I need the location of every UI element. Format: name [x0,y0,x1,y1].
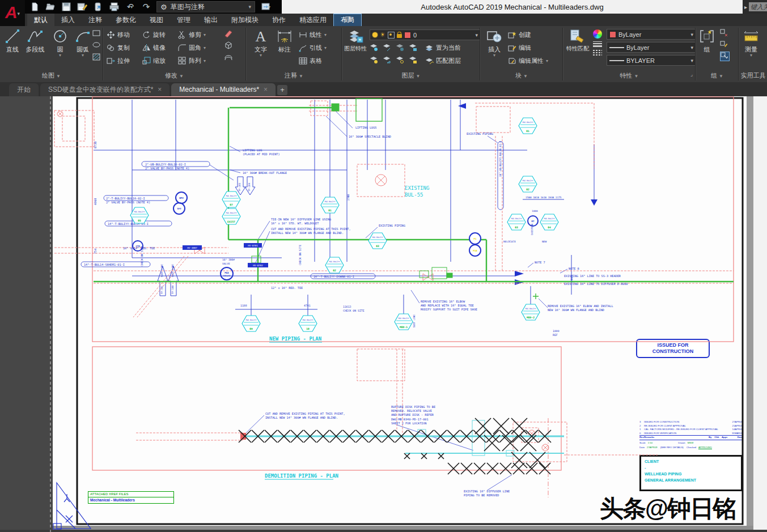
move-button[interactable]: 移动 [107,29,130,41]
fillet-button[interactable]: 圆角▾ [178,42,206,54]
insert-button[interactable]: 插入▾ [483,28,506,57]
window-switch-icon[interactable]: ▾ [261,2,271,12]
ribbon-tab-4[interactable]: 参数化 [109,14,143,26]
infocenter[interactable]: ▸ 键入关 [743,0,767,14]
ribbon-tab-2[interactable]: 插入 [54,14,82,26]
set-current-icon [425,44,434,52]
edit-attribute-icon [508,57,516,65]
layer-off-icon[interactable] [396,43,404,52]
panel-label-draw[interactable]: 绘图 ▼ [0,71,103,80]
measure-button[interactable]: 测量▾ [740,28,762,57]
ribbon-tab-10[interactable]: 精选应用 [293,14,333,26]
linear-dim-button[interactable]: 线性▾ [299,29,327,41]
hatch-icon[interactable] [92,53,101,61]
layer-unlock-icon[interactable] [409,56,417,64]
scale-button[interactable]: 缩放 [142,55,166,67]
create-block-button[interactable]: 创建 [508,29,548,41]
svg-text:A: A [256,28,266,44]
line-button[interactable]: 直线 [1,28,24,54]
table-button[interactable]: 表格 [299,55,327,67]
layer-freeze-icon[interactable] [383,43,391,52]
rotate-button[interactable]: 旋转 [142,29,166,41]
group-edit-icon[interactable] [720,40,728,49]
close-icon[interactable]: × [264,83,268,96]
group-select-icon[interactable] [720,52,730,61]
match-layer-button[interactable]: 匹配图层 [425,55,461,67]
ribbon-tab-1[interactable]: 默认 [27,14,54,26]
edit-attribute-button[interactable]: 编辑属性▾ [508,55,548,67]
ribbon-tab-5[interactable]: 视图 [143,14,170,26]
polyline-button[interactable]: 多段线 [24,28,46,54]
redo-icon[interactable]: ↷▾ [141,2,151,12]
ungroup-icon[interactable] [720,29,728,37]
application-menu-button[interactable]: A▾ [0,0,25,26]
explode-icon[interactable] [224,41,232,49]
layer-on2-icon[interactable] [370,56,378,64]
panel-label-annotate[interactable]: 注释 ▼ [247,71,341,80]
file-tab-2[interactable]: SSD硬盘盒中改变嵌件的装配方式*× [40,83,169,96]
text-button[interactable]: A 文字▾ [249,28,272,57]
arc-button[interactable]: 圆弧▾ [71,28,94,57]
ribbon-tab-8[interactable]: 附加模块 [224,14,265,26]
match-properties-button[interactable]: 特性匹配 [565,28,591,52]
dimension-button[interactable]: 标注 [273,28,296,54]
expand-arrow-icon[interactable]: ▸ [743,4,749,10]
copy-button[interactable]: 复制 [107,42,130,54]
revision-row: 0ISSUED FOR VERIFICATION31MAR09 [639,432,743,436]
circle-button[interactable]: 圆▾ [49,28,71,57]
linetype-icon[interactable] [593,50,602,56]
rotate-icon [142,31,151,39]
overlap-icon[interactable] [224,53,232,61]
new-file-icon[interactable] [29,2,40,12]
group-button[interactable]: 组 [697,28,717,54]
edit-block-button[interactable]: 编辑 [508,42,548,54]
layer-walk-icon[interactable] [383,56,391,64]
layer-isolate-icon[interactable] [370,43,378,52]
dialog-launcher-icon[interactable]: ⌟ [690,71,693,77]
color-wheel-icon[interactable] [593,29,602,39]
undo-icon[interactable]: ↶▾ [125,2,135,12]
quick-access-toolbar: ↶▾ ↷▾ ⚙ 草图与注释 ▾ ▾ [29,0,271,14]
ribbon-tab-3[interactable]: 注释 [82,14,109,26]
ribbon-collapse-button[interactable]: ▤▾ [345,15,353,23]
panel-label-properties[interactable]: 特性 ▼⌟ [563,71,695,80]
new-tab-button[interactable]: + [277,85,287,95]
layer-lock2-icon[interactable] [409,43,417,52]
measure-icon [743,28,759,44]
ribbon-tab-9[interactable]: 协作 [265,14,293,26]
trim-button[interactable]: 修剪▾ [178,29,206,41]
layer-dropdown[interactable]: ☀ 0 ▾ [370,29,481,40]
layer-properties-button[interactable]: 图层特性 [344,28,367,52]
save-icon[interactable] [61,2,71,12]
ribbon-tab-7[interactable]: 输出 [197,14,224,26]
array-button[interactable]: 阵列▾ [178,55,206,67]
leader-button[interactable]: 引线▾ [299,42,327,54]
file-tab-1[interactable]: 开始 [9,83,39,96]
lineweight-icon[interactable] [593,41,602,47]
print-icon[interactable] [109,2,119,12]
file-tab-3[interactable]: Mechanical - Multileaders*× [171,83,276,96]
stretch-button[interactable]: 拉伸 [107,55,130,67]
panel-label-layers[interactable]: 图层 ▼ [342,71,480,80]
lineweight-dropdown[interactable]: ByLayer ▾ [607,42,696,53]
workspace-dropdown[interactable]: ⚙ 草图与注释 ▾ [156,1,255,12]
set-current-button[interactable]: 置为当前 [425,42,461,54]
send-mobile-icon[interactable] [93,2,103,12]
save-as-icon[interactable] [77,2,87,12]
panel-label-block[interactable]: 块 ▼ [481,71,562,80]
open-folder-icon[interactable] [45,2,56,12]
layer-thaw2-icon[interactable] [396,56,404,64]
ribbon-tab-6[interactable]: 管理 [170,14,197,26]
mirror-button[interactable]: 镜像 [142,42,166,54]
panel-label-group[interactable]: 组 ▼ [696,71,738,80]
erase-icon[interactable] [224,29,232,37]
drawing-viewport[interactable]: ISSUED FOR CONSTRUCTION 3ISSUED FOR CONS… [0,96,767,532]
panel-label-utilities[interactable]: 实用工具 [739,71,767,80]
close-icon[interactable]: × [158,83,162,96]
ellipse-icon[interactable] [92,41,101,49]
linetype-dropdown[interactable]: BYLAYER ▾ [607,55,696,66]
rectangle-icon[interactable] [92,29,101,37]
color-dropdown[interactable]: ByLayer ▾ [607,29,696,40]
search-input[interactable]: 键入关 [749,2,767,11]
panel-label-modify[interactable]: 修改 ▼ [104,71,245,80]
